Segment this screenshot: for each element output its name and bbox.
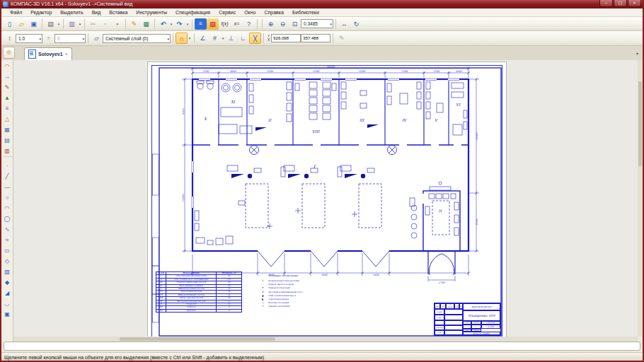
tool-chamfer-icon[interactable]: ◢ [2,288,13,298]
current-layer-combo[interactable]: Системный слой (0) [103,34,171,43]
preview-dropdown-icon[interactable]: ▾ [78,22,82,26]
new-icon[interactable]: ▯ [4,18,16,30]
zoom-in-icon[interactable]: ⊕ [265,18,277,30]
vertical-scrollbar-thumb[interactable] [638,81,642,166]
tool-arc-icon[interactable]: ◠ [2,203,13,214]
menu-item[interactable]: Сервис [214,10,240,15]
zoom-level-combo[interactable]: 0.3485 [301,19,333,28]
svg-text:6500: 6500 [267,70,273,73]
specification-icon[interactable]: ≡ [195,18,207,30]
magnet-icon[interactable]: ∩ [176,33,188,44]
library-manager-icon[interactable]: ▨ [207,18,219,30]
ortho-mode-icon[interactable]: ∟ [237,33,249,44]
tool-fill-icon[interactable]: ◆ [2,277,13,288]
menu-item[interactable]: Библиотеки [288,10,323,15]
panel-geometry-icon[interactable]: ◠ [2,61,13,71]
tool-collect-icon[interactable]: ▣ [2,309,13,320]
svg-text:5500: 5500 [401,70,408,73]
panel-specification-icon[interactable]: ▤ [2,135,13,146]
restore-button[interactable]: ▢ [614,0,627,7]
horizontal-scrollbar-thumb[interactable] [120,337,275,341]
horizontal-scrollbar[interactable] [13,337,638,341]
drawing-sheet[interactable]: 3700 4000 6500 6500 6500 5500 3500 2800 … [148,62,506,341]
print-dropdown-icon[interactable]: ▾ [57,22,61,26]
panel-selection-icon[interactable]: ▦ [2,124,13,135]
variables-icon[interactable]: x= [231,18,243,30]
minimize-button[interactable]: – [599,0,613,7]
tool-rectangle-icon[interactable]: ▭ [2,245,13,256]
drawing-canvas[interactable]: 3700 4000 6500 6500 6500 5500 3500 2800 … [13,60,643,341]
style-pen-icon[interactable]: ✎ [335,33,347,44]
panel-designations-icon[interactable]: ✎ [2,82,13,93]
fx-variables-icon[interactable]: f(x) [219,18,231,30]
window-title: КОМПАС-3D V16.1 x64 - Solovyev1 ->Систем… [11,0,132,8]
panel-parameterization-icon[interactable]: ≡ [2,103,13,114]
preview-icon[interactable]: ▥ [66,18,78,30]
print-icon[interactable]: ▤ [45,18,57,30]
panel-reports-icon[interactable]: ▥ [2,146,13,157]
tb-org: ЮУрГУ 190601 [463,332,500,335]
tab-close-icon[interactable]: × [65,52,68,57]
menu-item[interactable]: Редактор [26,10,56,15]
tool-aux-line-icon[interactable]: ╱ [2,171,13,182]
menu-item[interactable]: Инструменты [132,10,171,15]
insert-table-icon[interactable]: ▦ [140,18,152,30]
tool-circle-icon[interactable]: ○ [2,192,13,203]
vertical-scrollbar[interactable] [638,60,643,337]
panel-dimensions-icon[interactable]: ↔ [2,71,13,82]
coord-x-field[interactable] [271,34,301,42]
svg-text:6500: 6500 [359,70,365,73]
menu-item[interactable]: Вставка [105,10,132,15]
snap-toggle-icon[interactable]: ╳ [249,33,261,44]
tab-list-icon[interactable]: ▾ [636,51,638,56]
layer-number-combo[interactable]: 0 [54,34,86,43]
zoom-area-icon[interactable]: ⊡ [289,18,301,30]
copy-icon[interactable]: ▫ [99,18,111,30]
pan-icon[interactable]: ↔ [338,18,350,30]
local-cs-icon[interactable]: ⊥ [225,33,237,44]
grid-icon[interactable]: # [209,33,221,44]
menu-item[interactable]: Окно [240,10,260,15]
magnet-dropdown-icon[interactable]: ▾ [188,36,192,40]
tool-fillet-icon[interactable]: ◡ [2,298,13,309]
document-tabbar: ◎ Solovyev1 × ▾ [1,46,643,61]
panel-editing-icon[interactable]: ▲ [2,93,13,103]
layers-icon[interactable]: ▱ [91,33,103,44]
panel-measure-icon[interactable]: △ [2,114,13,124]
zoom-out-icon[interactable]: ⊖ [277,18,289,30]
save-icon[interactable]: ▣ [28,18,40,30]
redo-icon[interactable]: ↷ [173,18,185,30]
tool-polygon-icon[interactable]: ◇ [2,256,13,267]
open-icon[interactable]: ▱ [16,18,28,30]
tool-ellipse-icon[interactable]: ◯ [2,214,13,224]
copy-properties-icon[interactable]: ✎ [128,18,140,30]
menu-item[interactable]: Справка [260,10,287,15]
title-block[interactable]: Изм. Лист № докум. Подп. Дата Разраб. Пр… [434,303,501,336]
room-schedule-table[interactable]: № п/п Наименование Площадь, м² I Зона уб… [156,272,242,313]
cut-icon[interactable]: ✂ [87,18,99,30]
tool-offset-icon[interactable]: ≈ [2,235,13,245]
current-scale-combo[interactable]: 1.0 [16,34,42,43]
undo-icon[interactable]: ↶ [157,18,169,30]
parallel-mode-icon[interactable]: ∠ [197,33,209,44]
search-documents-icon[interactable]: ◎ [3,47,15,59]
add-layer-icon[interactable]: + [42,33,54,44]
tool-spline-icon[interactable]: ∿ [2,224,13,235]
refresh-view-icon[interactable]: ↻ [350,18,362,30]
menu-item[interactable]: Вид [88,10,105,15]
tool-point-icon[interactable]: · [2,160,13,171]
close-button[interactable]: × [628,0,641,7]
current-scale-icon[interactable]: ↕ [4,33,16,44]
coord-y-field[interactable] [301,34,330,42]
legend[interactable]: Условные обозначения ↯ Воздухораздаточна… [260,274,343,309]
paste-icon[interactable]: ▪ [111,18,123,30]
context-help-icon[interactable]: ? [243,18,255,30]
menu-item[interactable]: Файл [6,10,26,15]
menu-item[interactable]: Выделить [56,10,87,15]
tool-segment-icon[interactable]: — [2,182,13,192]
redo-dropdown-icon[interactable]: ▾ [185,22,190,26]
menu-item[interactable]: Спецификация [171,10,214,15]
kompas-window: КОМПАС-3D V16.1 x64 - Solovyev1 ->Систем… [0,0,644,362]
tool-hatch-icon[interactable]: ▨ [2,267,13,277]
document-tab[interactable]: Solovyev1 × [24,47,72,60]
